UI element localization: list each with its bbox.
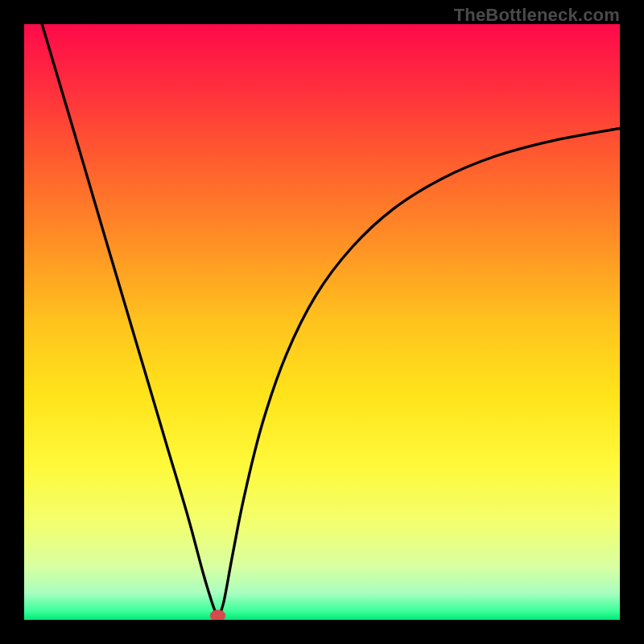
- curve-layer: [24, 24, 620, 620]
- chart-container: TheBottleneck.com: [0, 0, 644, 644]
- right-branch-curve: [218, 129, 621, 618]
- watermark-text: TheBottleneck.com: [454, 5, 620, 26]
- minimum-marker: [210, 609, 225, 620]
- plot-area: [24, 24, 620, 620]
- left-branch-curve: [42, 24, 217, 618]
